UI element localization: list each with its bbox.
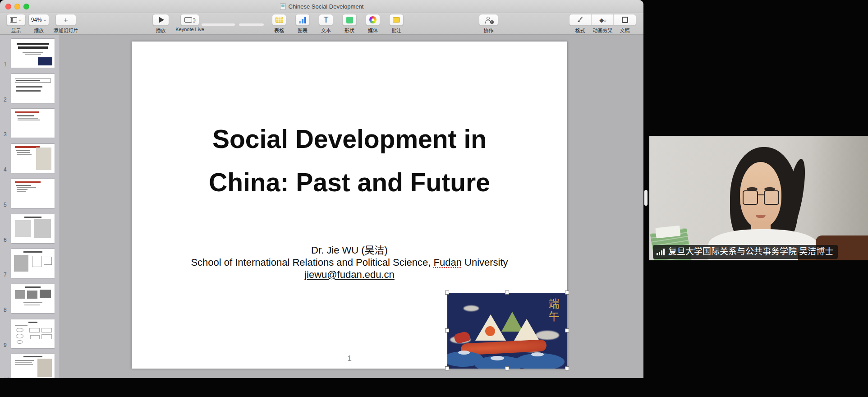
insert-chart-button[interactable] bbox=[295, 14, 310, 26]
slide-1-editor[interactable]: Social Development in China: Past and Fu… bbox=[132, 42, 567, 369]
slide-number: 9 bbox=[4, 342, 7, 348]
selection-handle-se[interactable] bbox=[565, 366, 569, 370]
slide-thumbnail-preview[interactable] bbox=[11, 319, 55, 348]
play-label: 播放 bbox=[152, 27, 169, 34]
insert-text-button[interactable]: T bbox=[319, 14, 333, 26]
red-sun-dot bbox=[485, 326, 495, 336]
text-icon: T bbox=[324, 16, 329, 24]
animate-label: 动画效果 bbox=[588, 27, 617, 34]
format-label: 格式 bbox=[569, 27, 591, 34]
slide-thumbnail-4[interactable]: 4 bbox=[0, 144, 60, 173]
slide-number: 7 bbox=[4, 272, 7, 278]
document-label: 文稿 bbox=[614, 27, 636, 34]
slide-thumbnail-5[interactable]: 5 bbox=[0, 179, 60, 208]
selection-handle-n[interactable] bbox=[505, 291, 509, 295]
format-button[interactable] bbox=[569, 14, 592, 25]
zoom-label: 缩放 bbox=[28, 27, 49, 34]
chart-icon bbox=[299, 17, 306, 23]
text-label: 文本 bbox=[317, 27, 335, 34]
slide-thumbnail-preview[interactable] bbox=[11, 284, 55, 313]
email-line[interactable]: jiewu@fudan.edu.cn bbox=[132, 268, 567, 281]
slide-thumbnail-preview[interactable] bbox=[11, 144, 55, 173]
slide-thumbnail-8[interactable]: 8 bbox=[0, 284, 60, 313]
titlebar: Chinese Social Development bbox=[0, 0, 643, 13]
slide-thumbnail-preview[interactable] bbox=[11, 109, 55, 138]
inspector-segmented-control: ◆» bbox=[569, 14, 636, 26]
shape-label: 形状 bbox=[340, 27, 359, 34]
slide-thumbnail-1[interactable]: 1 bbox=[0, 39, 60, 68]
add-slide-label: 添加幻灯片 bbox=[51, 27, 81, 34]
shape-icon bbox=[346, 17, 353, 23]
view-icon bbox=[10, 17, 17, 23]
toolbar-overflow-dash bbox=[202, 23, 235, 26]
slide-thumbnail-preview[interactable] bbox=[11, 74, 55, 103]
format-brush-icon bbox=[577, 16, 584, 23]
slide-thumbnail-preview[interactable] bbox=[11, 39, 55, 68]
slide-thumbnail-9[interactable]: 9 bbox=[0, 319, 60, 348]
webcam-video: 复旦大学国际关系与公共事务学院 吴洁博士 bbox=[649, 136, 868, 260]
collaborate-button[interactable]: + bbox=[479, 14, 498, 26]
slide-number: 10 bbox=[4, 377, 9, 378]
document-square-icon bbox=[622, 17, 628, 23]
insert-table-button[interactable] bbox=[272, 14, 286, 26]
slide-thumbnail-preview[interactable] bbox=[11, 354, 55, 378]
slide-page-number: 1 bbox=[132, 354, 567, 363]
slide-thumbnail-preview[interactable] bbox=[11, 179, 55, 208]
glasses bbox=[743, 190, 779, 205]
selection-handle-sw[interactable] bbox=[445, 366, 449, 370]
animate-button[interactable]: ◆» bbox=[592, 14, 614, 25]
slide-thumbnail-6[interactable]: 6 bbox=[0, 214, 60, 243]
slide-thumbnail-preview[interactable] bbox=[11, 214, 55, 243]
selection-handle-s[interactable] bbox=[505, 366, 509, 370]
slide-navigator[interactable]: 12345678910 bbox=[0, 35, 60, 378]
comment-icon bbox=[393, 17, 400, 23]
slide-number: 8 bbox=[4, 307, 7, 313]
slide-number: 1 bbox=[4, 61, 7, 68]
keynote-live-icon bbox=[184, 17, 192, 23]
slide-number: 4 bbox=[4, 166, 7, 173]
spellcheck-underline: Fudan bbox=[434, 257, 462, 268]
view-button[interactable]: ⌄ bbox=[6, 14, 26, 26]
selection-handle-nw[interactable] bbox=[445, 291, 449, 295]
slide-thumbnail-2[interactable]: 2 bbox=[0, 74, 60, 103]
animate-diamond-icon: ◆» bbox=[599, 17, 606, 23]
view-label: 显示 bbox=[6, 27, 26, 34]
document-proxy-icon[interactable] bbox=[280, 3, 286, 10]
slide-thumbnail-3[interactable]: 3 bbox=[0, 109, 60, 138]
insert-comment-button[interactable] bbox=[389, 14, 404, 26]
slide-thumbnail-10[interactable]: 10 bbox=[0, 354, 60, 378]
author-block[interactable]: Dr. Jie WU (吴洁) School of International … bbox=[132, 244, 567, 281]
keynote-live-button[interactable]: )) bbox=[180, 14, 199, 26]
keynote-window: Chinese Social Development ⌄ 显示 94%⌄ 缩放 … bbox=[0, 0, 643, 378]
window-title: Chinese Social Development bbox=[289, 3, 364, 10]
play-button[interactable] bbox=[152, 14, 169, 26]
selection-handle-ne[interactable] bbox=[565, 291, 569, 295]
play-icon bbox=[159, 17, 164, 23]
duanwu-calligraphy: 端午 bbox=[545, 298, 561, 323]
signal-strength-icon bbox=[657, 249, 665, 255]
slide-number: 3 bbox=[4, 131, 7, 138]
zoom-button[interactable]: 94%⌄ bbox=[28, 14, 49, 26]
selection-handle-w[interactable] bbox=[445, 328, 449, 332]
slide-thumbnail-preview[interactable] bbox=[11, 249, 55, 278]
comment-label: 批注 bbox=[387, 27, 406, 34]
chart-label: 图表 bbox=[293, 27, 312, 34]
slide-number: 5 bbox=[4, 202, 7, 208]
participant-name-badge: 复旦大学国际关系与公共事务学院 吴洁博士 bbox=[653, 245, 838, 259]
toolbar: ⌄ 显示 94%⌄ 缩放 + 添加幻灯片 播放 )) Keynote Live … bbox=[0, 13, 643, 35]
zongzi-right bbox=[514, 319, 539, 341]
add-slide-button[interactable]: + bbox=[55, 14, 76, 26]
author-name: Dr. Jie WU (吴洁) bbox=[132, 244, 567, 256]
slide-number: 6 bbox=[4, 237, 7, 243]
participant-name: 复旦大学国际关系与公共事务学院 吴洁博士 bbox=[668, 247, 833, 257]
insert-media-button[interactable] bbox=[366, 14, 380, 26]
table-label: 表格 bbox=[270, 27, 289, 34]
slide-title[interactable]: Social Development in China: Past and Fu… bbox=[132, 117, 567, 204]
insert-shape-button[interactable] bbox=[342, 14, 357, 26]
speaker-face bbox=[740, 162, 781, 228]
scrollbar-thumb[interactable] bbox=[644, 190, 648, 206]
slide-thumbnail-7[interactable]: 7 bbox=[0, 249, 60, 278]
document-button[interactable] bbox=[614, 14, 636, 25]
affiliation-line: School of International Relations and Po… bbox=[132, 256, 567, 268]
selection-handle-e[interactable] bbox=[565, 328, 569, 332]
